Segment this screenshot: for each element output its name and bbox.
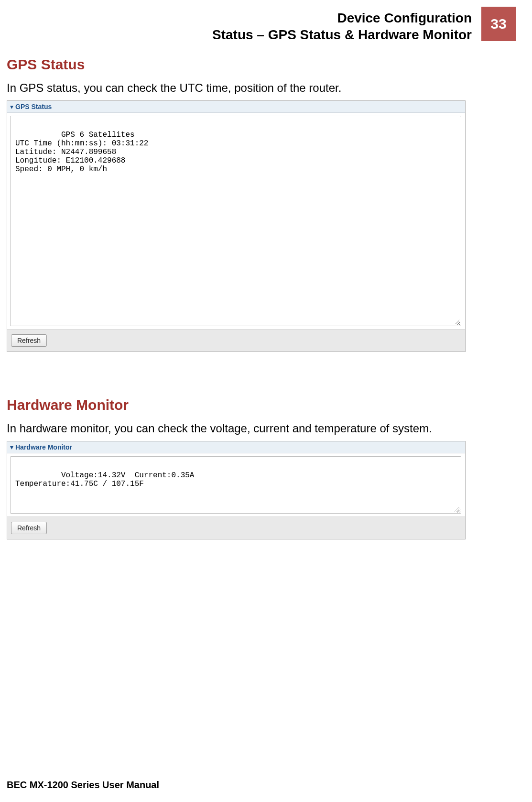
gps-status-panel: ▾ GPS Status GPS 6 Satellites UTC Time (… [7,100,466,352]
page-number: 33 [490,16,506,32]
gps-status-heading: GPS Status [7,56,516,73]
caret-down-icon: ▾ [10,443,13,451]
header-line-1: Device Configuration [212,10,472,26]
gps-panel-body: GPS 6 Satellites UTC Time (hh:mm:ss): 03… [7,113,465,329]
header-text-block: Device Configuration Status – GPS Status… [212,7,477,46]
hw-panel-footer: Refresh [7,516,465,539]
page-header: Device Configuration Status – GPS Status… [7,7,516,46]
gps-panel-header[interactable]: ▾ GPS Status [7,101,465,113]
hardware-monitor-description: In hardware monitor, you can check the v… [7,422,516,435]
gps-refresh-button[interactable]: Refresh [11,334,47,347]
resize-handle-icon[interactable] [454,506,460,513]
resize-handle-icon[interactable] [454,319,460,325]
hardware-monitor-text: Voltage:14.32V Current:0.35A Temperature… [15,471,194,488]
hardware-monitor-textarea[interactable]: Voltage:14.32V Current:0.35A Temperature… [10,456,461,514]
hw-panel-body: Voltage:14.32V Current:0.35A Temperature… [7,453,465,516]
page-footer: BEC MX-1200 Series User Manual [7,780,159,791]
gps-panel-title: GPS Status [15,103,52,110]
page-number-badge: 33 [481,7,516,41]
document-page: Device Configuration Status – GPS Status… [0,0,532,802]
hw-panel-title: Hardware Monitor [15,443,72,451]
section-spacer [7,354,516,397]
content-area: GPS Status In GPS status, you can check … [7,46,516,539]
header-line-2: Status – GPS Status & Hardware Monitor [212,26,472,43]
caret-down-icon: ▾ [10,103,13,110]
footer-text: BEC MX-1200 Series User Manual [7,780,159,790]
hw-panel-header[interactable]: ▾ Hardware Monitor [7,441,465,453]
hardware-monitor-heading: Hardware Monitor [7,397,516,413]
gps-status-description: In GPS status, you can check the UTC tim… [7,81,516,95]
hw-refresh-button[interactable]: Refresh [11,522,47,534]
gps-panel-footer: Refresh [7,329,465,352]
gps-status-textarea[interactable]: GPS 6 Satellites UTC Time (hh:mm:ss): 03… [10,116,461,326]
hardware-monitor-panel: ▾ Hardware Monitor Voltage:14.32V Curren… [7,441,466,539]
gps-status-text: GPS 6 Satellites UTC Time (hh:mm:ss): 03… [15,131,148,174]
